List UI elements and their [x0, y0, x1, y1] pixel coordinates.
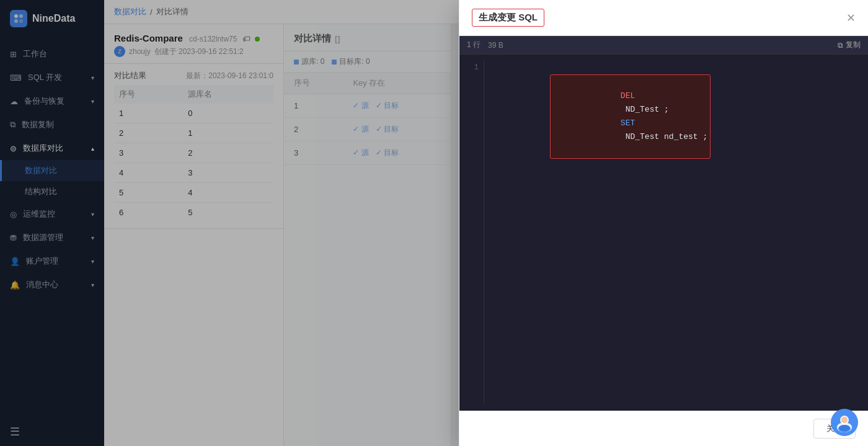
code-text-2: ND_Test nd_test ; — [621, 132, 707, 141]
dialog-title: 生成变更 SQL — [472, 9, 544, 27]
copy-label: 复制 — [846, 40, 861, 50]
code-lines: DEL ND_Test ; SET ND_Test nd_test ; — [484, 61, 868, 404]
editor-size: 39 B — [488, 41, 503, 50]
copy-icon: ⧉ — [838, 41, 843, 50]
generate-sql-dialog: 生成变更 SQL ✕ 1 行 39 B ⧉ 复制 1 DEL — [459, 0, 868, 446]
code-text-1: ND_Test ; — [621, 105, 674, 114]
copy-button[interactable]: ⧉ 复制 — [838, 40, 861, 50]
editor-lines: 1 行 — [467, 40, 480, 50]
svg-point-10 — [839, 425, 850, 431]
keyword-set: SET — [621, 118, 635, 128]
close-icon[interactable]: ✕ — [846, 11, 856, 25]
dialog-header: 生成变更 SQL ✕ — [459, 0, 868, 36]
line-numbers: 1 — [459, 61, 484, 404]
editor-meta: 1 行 39 B ⧉ 复制 — [459, 36, 868, 55]
support-avatar[interactable] — [831, 409, 858, 436]
keyword-del: DEL — [621, 91, 635, 100]
line-number-1: 1 — [464, 61, 479, 74]
code-line-1: DEL ND_Test ; SET ND_Test nd_test ; — [492, 61, 861, 172]
code-highlight-block: DEL ND_Test ; SET ND_Test nd_test ; — [550, 74, 711, 159]
support-circle[interactable] — [831, 409, 858, 436]
dialog-overlay: 生成变更 SQL ✕ 1 行 39 B ⧉ 复制 1 DEL — [0, 0, 868, 446]
dialog-body: 1 行 39 B ⧉ 复制 1 DEL ND_Test ; SET — [459, 36, 868, 411]
dialog-footer: 关闭 — [459, 411, 868, 446]
svg-point-8 — [841, 417, 848, 423]
editor-content: 1 DEL ND_Test ; SET ND_Test nd_test ; — [459, 55, 868, 411]
